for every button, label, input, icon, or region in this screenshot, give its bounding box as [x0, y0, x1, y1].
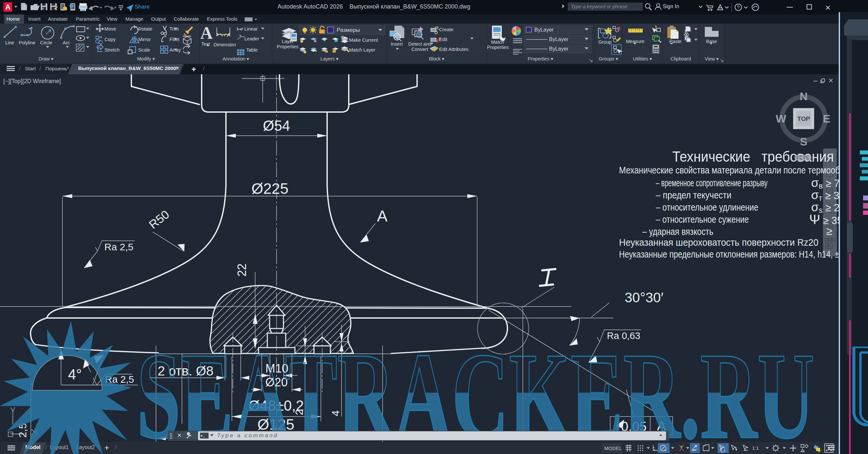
- svg-text:ByLayer: ByLayer: [549, 36, 568, 42]
- svg-text:Неуказанные предельные отклоне: Неуказанные предельные отклонения размер…: [619, 249, 839, 260]
- svg-text:Ra 0,63: Ra 0,63: [607, 331, 641, 341]
- svg-text:≥: ≥: [826, 225, 833, 237]
- svg-text:ByLayer: ByLayer: [549, 46, 568, 52]
- svg-text:– относительное удлинение: – относительное удлинение: [656, 202, 758, 213]
- svg-text:Ø20: Ø20: [266, 375, 288, 389]
- svg-text:Ø48±0,2: Ø48±0,2: [249, 397, 304, 414]
- svg-text:Ø54: Ø54: [263, 118, 290, 134]
- svg-text:Механические свойства материал: Механические свойства материала детали п…: [619, 164, 839, 175]
- svg-text:TOP: TOP: [797, 115, 810, 122]
- svg-text:– предел текучести: – предел текучести: [656, 189, 732, 201]
- svg-text:R50: R50: [147, 208, 172, 232]
- svg-text:Размеры: Размеры: [337, 27, 360, 33]
- svg-text:30°30′: 30°30′: [625, 290, 663, 305]
- svg-text:M10: M10: [266, 362, 288, 375]
- svg-text:[−][Top][2D Wireframe]: [−][Top][2D Wireframe]: [3, 78, 61, 84]
- svg-text:4°: 4°: [68, 366, 82, 383]
- svg-text:2 отв. Ø8: 2 отв. Ø8: [158, 364, 214, 378]
- svg-text:– ударная вязкость: – ударная вязкость: [642, 226, 713, 237]
- svg-text:Неуказанная шероховатость пове: Неуказанная шероховатость поверхности Rz…: [619, 237, 818, 248]
- svg-text:W: W: [776, 112, 786, 125]
- svg-text:– временное сопротивление разр: – временное сопротивление разрыву: [656, 177, 768, 188]
- svg-text:?: ?: [737, 5, 740, 10]
- svg-text:ByLayer: ByLayer: [534, 27, 554, 32]
- svg-text:22: 22: [235, 264, 249, 277]
- svg-text:S: S: [800, 135, 808, 148]
- svg-text:E: E: [823, 112, 831, 125]
- svg-text:– относительное сужение: – относительное сужение: [656, 214, 749, 225]
- svg-text:Ra 2,5: Ra 2,5: [105, 374, 134, 385]
- svg-text:WCS ▾: WCS ▾: [796, 155, 808, 160]
- svg-text:Ø225: Ø225: [252, 180, 289, 197]
- svg-text:A: A: [200, 24, 213, 42]
- svg-text:N: N: [800, 90, 808, 102]
- svg-text:Ra 2,5: Ra 2,5: [104, 241, 133, 252]
- svg-text:2,5: 2,5: [17, 423, 29, 437]
- svg-text:4: 4: [330, 410, 342, 416]
- svg-text:A: A: [377, 207, 388, 225]
